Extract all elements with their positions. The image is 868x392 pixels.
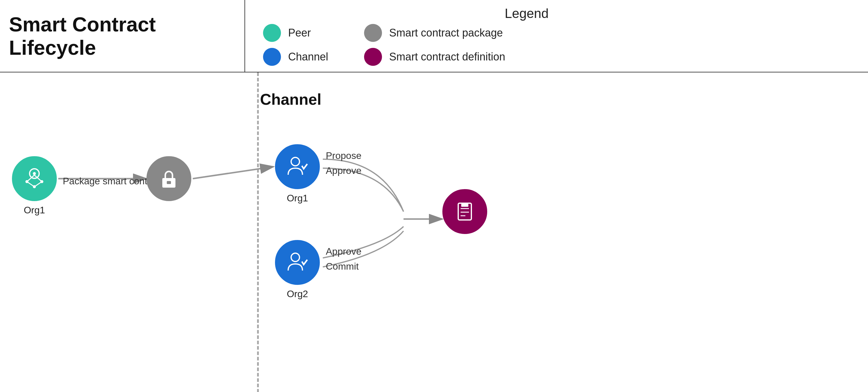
pkg-circle [147,156,191,201]
arrow-pkg-channel-org1 [193,167,274,179]
svg-rect-11 [167,181,171,184]
channel-legend-label: Channel [288,51,328,63]
pkg-legend-circle [364,24,382,42]
legend-item-def: Smart contract definition [364,48,505,66]
peer-legend-circle [263,24,281,42]
definition-icon [453,200,477,224]
diagram-area: Channel [0,73,868,392]
svg-point-2 [33,172,36,175]
approve-org2-label: Approve [326,246,361,257]
org1-label: Org1 [24,205,45,216]
channel-divider [257,73,259,392]
def-circle [442,189,487,234]
legend-col-right: Smart contract package Smart contract de… [364,24,505,66]
legend-item-channel: Channel [263,48,328,66]
legend-title: Legend [203,6,850,21]
def-legend-circle [364,48,382,66]
approve-org1-label: Approve [326,165,361,176]
arrows-svg [0,73,868,392]
peer-legend-label: Peer [288,27,311,39]
peer-icon [21,165,48,192]
channel-org2-node: Org2 [275,240,320,300]
channel-legend-circle [263,48,281,66]
legend-area: Legend Peer Channel Smart contract packa… [245,0,868,72]
channel-org2-icon [284,249,311,276]
svg-point-13 [291,253,300,261]
channel-org2-circle [275,240,320,285]
legend-item-peer: Peer [263,24,328,42]
channel-org1-icon [284,153,311,180]
header-area: Smart Contract Lifecycle Legend Peer Cha… [0,0,868,73]
lock-icon [157,167,181,191]
channel-org1-circle [275,144,320,189]
svg-line-8 [27,181,34,187]
propose-label: Propose [326,150,361,161]
org1-peer-node: Org1 [12,156,57,216]
channel-org1-node: Org1 [275,144,320,204]
channel-label: Channel [260,90,321,108]
package-node [147,156,191,201]
commit-label: Commit [326,261,359,272]
channel-org2-label: Org2 [287,288,308,300]
def-legend-label: Smart contract definition [389,51,505,63]
pkg-legend-label: Smart contract package [389,27,503,39]
svg-rect-18 [461,204,468,207]
org1-circle [12,156,57,201]
legend-items: Peer Channel Smart contract package Smar… [263,24,850,66]
page-title: Smart Contract Lifecycle [9,12,236,59]
svg-line-9 [34,181,42,187]
legend-item-pkg: Smart contract package [364,24,505,42]
legend-col-left: Peer Channel [263,24,328,66]
svg-point-12 [291,158,300,166]
definition-node [442,189,487,234]
channel-org1-label: Org1 [287,193,308,204]
